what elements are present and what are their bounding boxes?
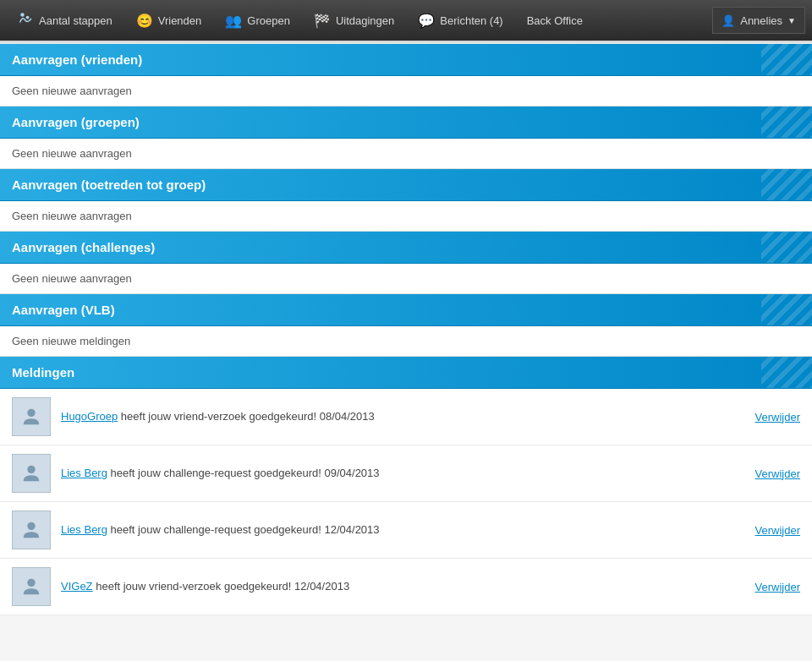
steps-icon [19, 11, 34, 30]
section-aanvragen-toetreden-header: Aanvragen (toetreden tot groep) [0, 169, 812, 201]
nav-back-office[interactable]: Back Office [515, 0, 595, 41]
delete-button-1[interactable]: Verwijder [755, 411, 800, 423]
delete-button-4[interactable]: Verwijder [755, 581, 800, 593]
notification-text-3: Lies Berg heeft jouw challenge-request g… [61, 522, 745, 538]
section-aanvragen-vlb-body: Geen nieuwe meldingen [0, 326, 812, 357]
notification-text-4: VIGeZ heeft jouw vriend-verzoek goedgeke… [61, 578, 745, 595]
notification-row-4: VIGeZ heeft jouw vriend-verzoek goedgeke… [0, 559, 812, 615]
nav-challenges-label: Uitdagingen [336, 14, 394, 27]
section-aanvragen-challenges-header: Aanvragen (challenges) [0, 232, 812, 264]
svg-point-3 [27, 466, 35, 473]
svg-point-0 [20, 13, 25, 17]
notification-row-1: HugoGroep heeft jouw vriend-verzoek goed… [0, 389, 812, 445]
section-meldingen-header: Meldingen [0, 357, 812, 389]
chevron-down-icon: ▼ [787, 16, 796, 25]
nav-username: Annelies [740, 14, 782, 27]
section-aanvragen-toetreden-body: Geen nieuwe aanvragen [0, 201, 812, 232]
friends-icon: 😊 [136, 13, 153, 29]
nav-groups[interactable]: 👥 Groepen [213, 0, 302, 41]
avatar-4 [12, 567, 51, 606]
avatar-3 [12, 511, 51, 549]
notification-row-3: Lies Berg heeft jouw challenge-request g… [0, 502, 812, 559]
nav-steps[interactable]: Aantal stappen [7, 0, 124, 41]
user-icon: 👤 [721, 14, 735, 27]
section-aanvragen-groepen-header: Aanvragen (groepen) [0, 107, 812, 139]
notification-text-1: HugoGroep heeft jouw vriend-verzoek goed… [61, 408, 745, 425]
nav-user-menu[interactable]: 👤 Annelies ▼ [712, 7, 805, 34]
notification-link-4[interactable]: VIGeZ [61, 580, 93, 593]
challenges-icon: 🏁 [314, 13, 331, 29]
svg-point-5 [27, 579, 35, 587]
notification-row-2: Lies Berg heeft jouw challenge-request g… [0, 445, 812, 502]
notification-link-2[interactable]: Lies Berg [61, 467, 107, 479]
delete-button-3[interactable]: Verwijder [755, 524, 800, 537]
notification-link-3[interactable]: Lies Berg [61, 523, 107, 536]
section-aanvragen-vrienden-header: Aanvragen (vrienden) [0, 44, 812, 76]
nav-steps-label: Aantal stappen [39, 14, 112, 27]
delete-button-2[interactable]: Verwijder [755, 467, 800, 480]
nav-friends[interactable]: 😊 Vrienden [124, 0, 214, 41]
notification-text-2: Lies Berg heeft jouw challenge-request g… [61, 465, 745, 482]
nav-groups-label: Groepen [247, 14, 290, 27]
avatar-2 [12, 454, 51, 493]
messages-icon: 💬 [418, 13, 435, 29]
navbar: Aantal stappen 😊 Vrienden 👥 Groepen 🏁 Ui… [0, 0, 812, 41]
section-aanvragen-challenges-body: Geen nieuwe aanvragen [0, 264, 812, 294]
nav-challenges[interactable]: 🏁 Uitdagingen [302, 0, 406, 41]
section-aanvragen-vlb-header: Aanvragen (VLB) [0, 294, 812, 326]
section-aanvragen-groepen-body: Geen nieuwe aanvragen [0, 139, 812, 169]
avatar-1 [12, 397, 51, 436]
main-content: Aanvragen (vrienden) Geen nieuwe aanvrag… [0, 44, 812, 661]
section-aanvragen-vrienden-body: Geen nieuwe aanvragen [0, 76, 812, 107]
svg-point-4 [27, 522, 35, 530]
svg-point-1 [26, 16, 30, 19]
nav-friends-label: Vrienden [158, 14, 202, 27]
notification-link-1[interactable]: HugoGroep [61, 410, 118, 423]
groups-icon: 👥 [225, 13, 242, 29]
svg-point-2 [27, 409, 35, 417]
nav-messages-label: Berichten (4) [440, 14, 502, 27]
nav-messages[interactable]: 💬 Berichten (4) [406, 0, 514, 41]
